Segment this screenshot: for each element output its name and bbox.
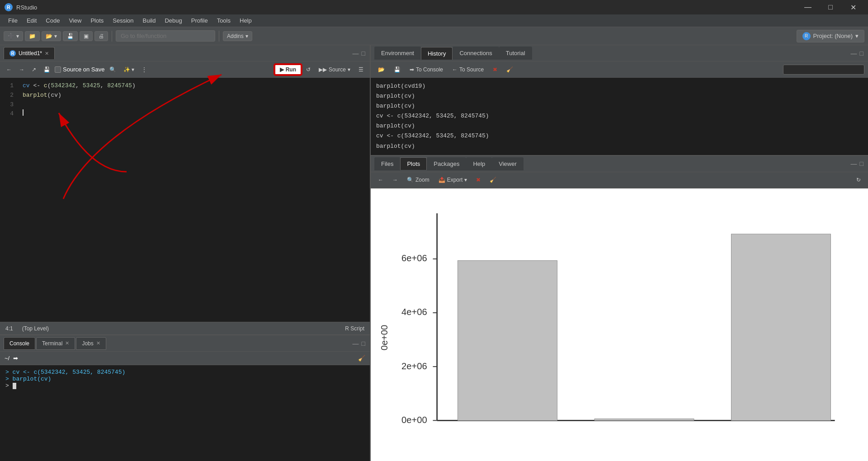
menu-plots[interactable]: Plots <box>86 15 108 26</box>
editor-maximize-button[interactable]: □ <box>361 49 366 58</box>
titlebar-left: R RStudio <box>5 3 37 11</box>
tutorial-tab[interactable]: Tutorial <box>499 47 532 60</box>
bar-1 <box>458 260 557 420</box>
run-button[interactable]: ▶ Run <box>274 64 302 75</box>
menu-help[interactable]: Help <box>235 15 256 26</box>
tab-close-button[interactable]: ✕ <box>45 51 49 56</box>
editor-tabs: R Untitled1* ✕ — □ <box>0 45 370 61</box>
plots-tab[interactable]: Plots <box>400 157 427 170</box>
files-maximize-button[interactable]: □ <box>859 159 864 168</box>
save-button[interactable]: 💾 <box>63 31 78 41</box>
console-maximize-button[interactable]: □ <box>361 339 366 348</box>
environment-tab[interactable]: Environment <box>374 47 421 60</box>
home-arrow-icon: ➡ <box>13 355 18 362</box>
env-history-section: Environment History Connections Tutorial… <box>371 45 868 156</box>
clear-console-icon[interactable]: 🧹 <box>358 355 365 362</box>
next-plot-button[interactable]: → <box>389 175 401 184</box>
help-tab[interactable]: Help <box>466 157 492 170</box>
console-minimize-button[interactable]: — <box>352 339 360 348</box>
env-minimize-button[interactable]: — <box>850 49 858 58</box>
console-content[interactable]: > cv <- c(5342342, 53425, 8245745) > bar… <box>0 365 370 461</box>
minimize-button[interactable]: — <box>797 0 818 14</box>
load-history-button[interactable]: 📂 <box>374 65 388 74</box>
menu-file[interactable]: File <box>4 15 22 26</box>
menu-view[interactable]: View <box>64 15 86 26</box>
open-file-button[interactable]: 📂 ▾ <box>42 31 61 41</box>
menu-tools[interactable]: Tools <box>212 15 235 26</box>
files-tab-label: Files <box>381 160 393 167</box>
clear-history-button[interactable]: 🧹 <box>503 65 517 74</box>
new-file-button[interactable]: ➕ ▾ <box>4 31 23 41</box>
plot-refresh-button[interactable]: ↻ <box>853 175 864 184</box>
export-button[interactable]: 📤 Export ▾ <box>435 175 471 184</box>
history-tab-label: History <box>428 50 446 57</box>
goto-input[interactable] <box>116 30 215 42</box>
to-source-button[interactable]: ← To Source <box>448 65 487 74</box>
terminal-tab-label: Terminal <box>42 340 62 347</box>
editor-panel-controls: — □ <box>352 49 366 58</box>
line-numbers: 1 2 3 4 <box>0 81 18 318</box>
prev-plot-button[interactable]: ← <box>374 175 387 184</box>
close-button[interactable]: ✕ <box>843 0 863 14</box>
delete-plot-button[interactable]: ✖ <box>472 175 484 184</box>
addins-button[interactable]: Addins ▾ <box>223 31 252 41</box>
context-label: (Top Level) <box>22 325 49 332</box>
menu-edit[interactable]: Edit <box>22 15 41 26</box>
source-on-save-checkbox[interactable] <box>55 66 61 73</box>
terminal-tab[interactable]: Terminal ✕ <box>36 337 75 350</box>
jobs-close[interactable]: ✕ <box>96 340 100 346</box>
menu-session[interactable]: Session <box>108 15 138 26</box>
editor-tab-untitled1[interactable]: R Untitled1* ✕ <box>4 47 55 59</box>
print-button[interactable]: 🖨 <box>94 31 108 41</box>
history-toolbar: 📂 💾 ➡ To Console ← To Source ✖ 🧹 <box>371 61 868 78</box>
menu-debug[interactable]: Debug <box>160 15 186 26</box>
connections-tab[interactable]: Connections <box>453 47 499 60</box>
app-title: RStudio <box>16 4 37 11</box>
titlebar-controls[interactable]: — □ ✕ <box>797 0 863 14</box>
menu-code[interactable]: Code <box>41 15 64 26</box>
console-panel-controls: — □ <box>352 339 366 348</box>
save-all-button[interactable]: ▣ <box>80 31 93 41</box>
maximize-button[interactable]: □ <box>820 0 841 14</box>
forward-button[interactable]: → <box>16 65 27 74</box>
files-minimize-button[interactable]: — <box>850 159 858 168</box>
jobs-tab[interactable]: Jobs ✕ <box>76 337 106 350</box>
editor-minimize-button[interactable]: — <box>352 49 360 58</box>
history-search-input[interactable] <box>783 65 864 75</box>
console-tab[interactable]: Console <box>4 337 35 350</box>
jobs-tab-label: Jobs <box>82 340 93 347</box>
delete-history-button[interactable]: ✖ <box>489 65 501 74</box>
source-button[interactable]: ▶▶ Source ▾ <box>315 65 354 74</box>
show-in-pane-button[interactable]: ↗ <box>29 65 39 74</box>
to-console-button[interactable]: ➡ To Console <box>406 65 447 74</box>
files-tab[interactable]: Files <box>374 157 400 170</box>
svg-text:0e+00: 0e+00 <box>401 414 427 424</box>
menu-build[interactable]: Build <box>138 15 160 26</box>
clear-icon: 🧹 <box>506 66 513 73</box>
save-editor-button[interactable]: 💾 <box>41 65 53 74</box>
packages-tab[interactable]: Packages <box>427 157 466 170</box>
code-editor[interactable]: cv <- c(5342342, 53425, 8245745) barplot… <box>18 81 370 318</box>
compile-button[interactable]: ⋮ <box>139 65 150 74</box>
save-history-button[interactable]: 💾 <box>390 65 404 74</box>
env-tabs: Environment History Connections Tutorial… <box>371 45 868 61</box>
zoom-button[interactable]: 🔍 Zoom <box>403 175 433 184</box>
history-tab[interactable]: History <box>421 47 453 60</box>
titlebar: R RStudio — □ ✕ <box>0 0 868 14</box>
new-icon: ➕ <box>8 33 14 39</box>
back-button[interactable]: ← <box>4 65 14 74</box>
code-tools-button[interactable]: ✨ ▾ <box>121 65 137 74</box>
search-button[interactable]: 🔍 <box>107 65 119 74</box>
addins-label: Addins <box>227 33 244 39</box>
menu-profile[interactable]: Profile <box>187 15 212 26</box>
viewer-tab[interactable]: Viewer <box>492 157 524 170</box>
options-button[interactable]: ☰ <box>356 65 366 74</box>
editor-content[interactable]: 1 2 3 4 cv <- c(5342342, 53425, 8245745)… <box>0 78 370 322</box>
open-project-button[interactable]: 📁 <box>25 31 40 41</box>
project-button[interactable]: R Project: (None) ▾ <box>797 30 864 42</box>
terminal-close[interactable]: ✕ <box>65 340 69 346</box>
env-maximize-button[interactable]: □ <box>859 49 864 58</box>
re-run-button[interactable]: ↺ <box>303 65 313 74</box>
clear-plots-icon: 🧹 <box>490 177 496 183</box>
clear-plots-button[interactable]: 🧹 <box>486 175 500 184</box>
